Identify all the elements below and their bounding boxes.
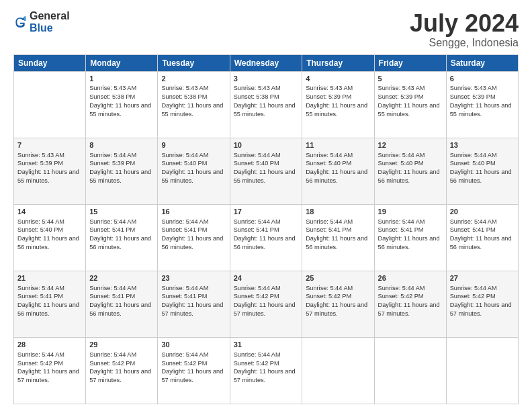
sunrise-text: Sunrise: 5:43 AM: [378, 85, 425, 91]
sunset-text: Sunset: 5:41 PM: [89, 226, 135, 233]
daylight-text: Daylight: 11 hours and 56 minutes.: [17, 235, 79, 250]
daylight-text: Daylight: 11 hours and 56 minutes.: [306, 235, 367, 250]
table-row: [374, 337, 446, 404]
day-number: 3: [234, 74, 299, 84]
logo-blue: Blue: [30, 22, 53, 34]
day-number: 10: [234, 140, 299, 150]
table-row: 18 Sunrise: 5:44 AM Sunset: 5:41 PM Dayl…: [302, 204, 374, 271]
sunset-text: Sunset: 5:39 PM: [17, 160, 63, 167]
header-friday: Friday: [374, 54, 446, 71]
day-number: 2: [161, 74, 226, 84]
sunset-text: Sunset: 5:40 PM: [378, 160, 424, 167]
calendar-table: Sunday Monday Tuesday Wednesday Thursday…: [13, 54, 519, 404]
daylight-text: Daylight: 11 hours and 56 minutes.: [378, 235, 440, 250]
sunset-text: Sunset: 5:41 PM: [89, 293, 135, 300]
table-row: [446, 337, 518, 404]
daylight-text: Daylight: 11 hours and 57 minutes.: [378, 302, 440, 317]
sunrise-text: Sunrise: 5:44 AM: [89, 152, 136, 158]
day-number: 7: [17, 140, 82, 150]
daylight-text: Daylight: 11 hours and 57 minutes.: [161, 302, 223, 317]
calendar-week-row: 28 Sunrise: 5:44 AM Sunset: 5:42 PM Dayl…: [14, 337, 519, 404]
daylight-text: Daylight: 11 hours and 57 minutes.: [17, 368, 79, 383]
sunset-text: Sunset: 5:40 PM: [306, 160, 351, 167]
sunset-text: Sunset: 5:38 PM: [161, 93, 207, 100]
sunset-text: Sunset: 5:41 PM: [234, 226, 279, 233]
table-row: 13 Sunrise: 5:44 AM Sunset: 5:40 PM Dayl…: [446, 138, 518, 204]
header-thursday: Thursday: [302, 54, 374, 71]
header-wednesday: Wednesday: [230, 54, 302, 71]
daylight-text: Daylight: 11 hours and 55 minutes.: [234, 102, 296, 118]
daylight-text: Daylight: 11 hours and 56 minutes.: [450, 169, 512, 184]
table-row: 24 Sunrise: 5:44 AM Sunset: 5:42 PM Dayl…: [230, 271, 302, 337]
sunset-text: Sunset: 5:40 PM: [234, 160, 279, 167]
sunset-text: Sunset: 5:42 PM: [450, 293, 496, 300]
daylight-text: Daylight: 11 hours and 56 minutes.: [89, 302, 151, 317]
sunset-text: Sunset: 5:42 PM: [306, 293, 351, 300]
daylight-text: Daylight: 11 hours and 55 minutes.: [17, 169, 79, 184]
title-block: July 2024 Sengge, Indonesia: [410, 10, 519, 49]
sunset-text: Sunset: 5:39 PM: [378, 93, 424, 100]
sunrise-text: Sunrise: 5:43 AM: [234, 85, 281, 91]
table-row: 31 Sunrise: 5:44 AM Sunset: 5:42 PM Dayl…: [230, 337, 302, 404]
table-row: 30 Sunrise: 5:44 AM Sunset: 5:42 PM Dayl…: [158, 337, 230, 404]
day-number: 1: [89, 74, 154, 84]
day-number: 16: [161, 207, 226, 217]
table-row: 7 Sunrise: 5:43 AM Sunset: 5:39 PM Dayli…: [14, 138, 86, 204]
daylight-text: Daylight: 11 hours and 55 minutes.: [306, 102, 367, 118]
logo-text: General Blue: [30, 10, 70, 34]
sunrise-text: Sunrise: 5:44 AM: [89, 351, 136, 358]
sunset-text: Sunset: 5:42 PM: [161, 360, 207, 367]
sunset-text: Sunset: 5:39 PM: [89, 160, 135, 167]
sunrise-text: Sunrise: 5:44 AM: [450, 285, 497, 291]
day-number: 6: [450, 74, 515, 84]
daylight-text: Daylight: 11 hours and 56 minutes.: [161, 235, 223, 250]
daylight-text: Daylight: 11 hours and 56 minutes.: [234, 235, 296, 250]
month-title: July 2024: [410, 10, 519, 37]
table-row: 17 Sunrise: 5:44 AM Sunset: 5:41 PM Dayl…: [230, 204, 302, 271]
daylight-text: Daylight: 11 hours and 56 minutes.: [306, 169, 367, 184]
daylight-text: Daylight: 11 hours and 57 minutes.: [89, 368, 151, 383]
table-row: 29 Sunrise: 5:44 AM Sunset: 5:42 PM Dayl…: [86, 337, 158, 404]
table-row: 5 Sunrise: 5:43 AM Sunset: 5:39 PM Dayli…: [374, 71, 446, 138]
sunset-text: Sunset: 5:38 PM: [89, 93, 135, 100]
sunrise-text: Sunrise: 5:44 AM: [378, 218, 425, 225]
sunrise-text: Sunrise: 5:44 AM: [17, 218, 64, 225]
table-row: 23 Sunrise: 5:44 AM Sunset: 5:41 PM Dayl…: [158, 271, 230, 337]
sunset-text: Sunset: 5:42 PM: [378, 293, 424, 300]
table-row: 27 Sunrise: 5:44 AM Sunset: 5:42 PM Dayl…: [446, 271, 518, 337]
calendar-week-row: 21 Sunrise: 5:44 AM Sunset: 5:41 PM Dayl…: [14, 271, 519, 337]
day-number: 26: [378, 273, 443, 283]
day-number: 14: [17, 207, 82, 217]
table-row: 8 Sunrise: 5:44 AM Sunset: 5:39 PM Dayli…: [86, 138, 158, 204]
sunrise-text: Sunrise: 5:44 AM: [234, 285, 281, 291]
day-number: 20: [450, 207, 515, 217]
day-number: 11: [306, 140, 370, 150]
table-row: 14 Sunrise: 5:44 AM Sunset: 5:40 PM Dayl…: [14, 204, 86, 271]
sunrise-text: Sunrise: 5:44 AM: [234, 152, 281, 158]
daylight-text: Daylight: 11 hours and 56 minutes.: [450, 235, 512, 250]
day-number: 18: [306, 207, 370, 217]
table-row: 3 Sunrise: 5:43 AM Sunset: 5:38 PM Dayli…: [230, 71, 302, 138]
table-row: 4 Sunrise: 5:43 AM Sunset: 5:39 PM Dayli…: [302, 71, 374, 138]
calendar-week-row: 14 Sunrise: 5:44 AM Sunset: 5:40 PM Dayl…: [14, 204, 519, 271]
daylight-text: Daylight: 11 hours and 57 minutes.: [450, 302, 512, 317]
logo-icon: [13, 15, 27, 29]
day-number: 17: [234, 207, 299, 217]
sunset-text: Sunset: 5:41 PM: [161, 293, 207, 300]
daylight-text: Daylight: 11 hours and 56 minutes.: [89, 235, 151, 250]
sunrise-text: Sunrise: 5:44 AM: [161, 351, 208, 358]
sunrise-text: Sunrise: 5:44 AM: [378, 285, 425, 291]
sunset-text: Sunset: 5:39 PM: [306, 93, 351, 100]
sunset-text: Sunset: 5:38 PM: [234, 93, 279, 100]
calendar-week-row: 7 Sunrise: 5:43 AM Sunset: 5:39 PM Dayli…: [14, 138, 519, 204]
daylight-text: Daylight: 11 hours and 57 minutes.: [306, 302, 367, 317]
header-monday: Monday: [86, 54, 158, 71]
logo-general: General: [30, 10, 70, 21]
day-number: 27: [450, 273, 515, 283]
calendar-header-row: Sunday Monday Tuesday Wednesday Thursday…: [14, 54, 519, 71]
daylight-text: Daylight: 11 hours and 55 minutes.: [234, 169, 296, 184]
sunset-text: Sunset: 5:41 PM: [306, 226, 351, 233]
logo: General Blue: [13, 10, 70, 34]
sunrise-text: Sunrise: 5:43 AM: [89, 85, 136, 91]
day-number: 25: [306, 273, 370, 283]
